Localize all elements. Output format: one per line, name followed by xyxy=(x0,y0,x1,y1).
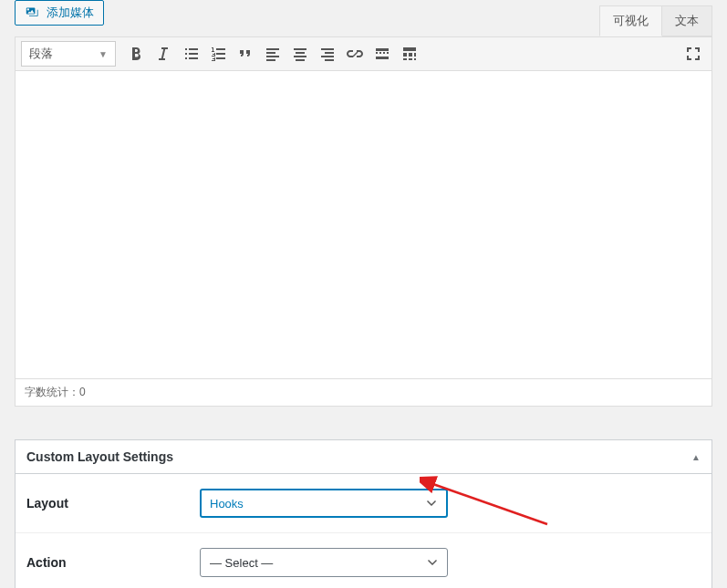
action-label: Action xyxy=(26,555,200,570)
layout-select[interactable]: Hooks xyxy=(200,489,448,518)
word-count-bar: 字数统计：0 xyxy=(15,379,712,407)
link-button[interactable] xyxy=(342,41,368,67)
custom-layout-settings-metabox: Custom Layout Settings ▲ Layout Hooks Ac… xyxy=(15,439,712,588)
media-icon xyxy=(25,5,41,20)
fullscreen-button[interactable] xyxy=(680,41,706,67)
italic-button[interactable] xyxy=(151,41,176,67)
layout-label: Layout xyxy=(26,496,200,511)
numbered-list-button[interactable] xyxy=(205,41,231,67)
layout-field-row: Layout Hooks xyxy=(16,474,711,533)
format-selector[interactable]: 段落 ▼ xyxy=(21,41,116,67)
collapse-icon: ▲ xyxy=(691,452,701,462)
add-media-label: 添加媒体 xyxy=(47,5,94,21)
action-select[interactable]: — Select — xyxy=(200,548,448,577)
toolbar-toggle-button[interactable] xyxy=(397,41,422,67)
align-left-button[interactable] xyxy=(260,41,286,67)
action-field-row: Action — Select — xyxy=(16,533,711,588)
chevron-down-icon: ▼ xyxy=(99,49,108,59)
tab-visual[interactable]: 可视化 xyxy=(599,5,662,36)
bullet-list-button[interactable] xyxy=(178,41,203,67)
metabox-header[interactable]: Custom Layout Settings ▲ xyxy=(16,440,711,474)
metabox-title: Custom Layout Settings xyxy=(26,449,173,464)
tab-text[interactable]: 文本 xyxy=(661,5,712,36)
readmore-button[interactable] xyxy=(369,41,395,67)
blockquote-button[interactable] xyxy=(233,41,258,67)
align-center-button[interactable] xyxy=(287,41,313,67)
align-right-button[interactable] xyxy=(315,41,340,67)
editor-content-area[interactable] xyxy=(15,71,712,379)
add-media-button[interactable]: 添加媒体 xyxy=(15,0,104,26)
bold-button[interactable] xyxy=(123,41,149,67)
editor-toolbar: 段落 ▼ xyxy=(15,36,712,71)
